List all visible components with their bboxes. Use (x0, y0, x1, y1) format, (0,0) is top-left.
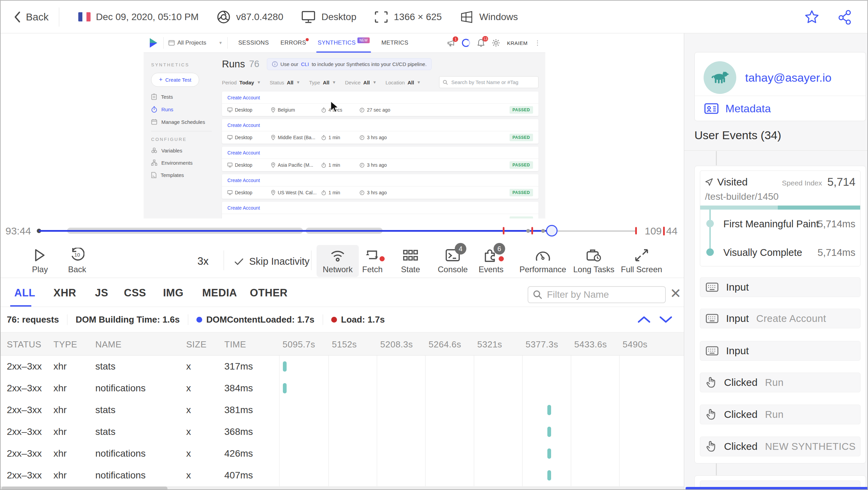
jump-down-icon[interactable] (658, 314, 673, 325)
console-toggle[interactable]: 4 Console (438, 247, 468, 274)
test-search-input[interactable] (451, 79, 535, 85)
app-tab-synthetics[interactable]: SYNTHETICSNEW (318, 33, 370, 53)
notifications-button[interactable]: 13 (477, 38, 485, 47)
event-row-clicked[interactable]: ClickedNEW SYNTHETICS (700, 437, 861, 456)
skip-inactivity-toggle[interactable]: Skip Inactivity (234, 256, 309, 267)
tab-js[interactable]: JS (95, 287, 108, 299)
long-tasks-toggle[interactable]: Long Tasks (573, 247, 614, 274)
kebab-menu-icon[interactable]: ⋮ (534, 39, 541, 47)
tab-media[interactable]: MEDIA (202, 287, 237, 299)
app-tab-metrics[interactable]: METRICS (381, 33, 408, 53)
network-request-row[interactable]: 2xx–3xx xhr notifications x 426ms (1, 443, 684, 464)
tab-all[interactable]: ALL (14, 287, 35, 299)
performance-toggle[interactable]: Performance (519, 247, 566, 274)
run-card[interactable]: Create Account Desktop Middle East (Ba..… (222, 119, 539, 144)
network-request-row[interactable]: 2xx–3xx xhr notifications x 384ms (1, 377, 684, 399)
filter-device[interactable]: DeviceAll▼ (345, 80, 377, 85)
announcements-button[interactable]: 1 (447, 39, 455, 47)
col-type[interactable]: TYPE (53, 339, 77, 350)
run-card[interactable]: Create Account Desktop Asia Pacific (M..… (222, 147, 539, 171)
run-card[interactable]: Create Account Desktop US West (N. Cal..… (222, 174, 539, 199)
chevron-down-icon: ▼ (417, 80, 421, 85)
horizontal-scrollbar[interactable] (1, 486, 684, 490)
metadata-button[interactable]: Metadata (695, 96, 866, 121)
back-button[interactable]: Back (14, 11, 49, 23)
status-badge: PASSED (510, 189, 533, 196)
timeline-scrubber-handle[interactable] (546, 225, 558, 236)
project-selector[interactable]: All Projects ▼ (168, 39, 223, 46)
visited-event-card[interactable]: Visited Speed Index 5,714 /test-builder/… (700, 170, 861, 266)
col-status[interactable]: STATUS (7, 339, 42, 350)
cli-link[interactable]: CLI (301, 61, 309, 67)
events-toggle[interactable]: 6 Events (479, 247, 503, 274)
filter-by-name-input[interactable] (546, 289, 660, 300)
back-10s-button[interactable]: 10 Back (68, 247, 86, 274)
create-test-button[interactable]: +Create Test (151, 73, 199, 87)
play-button[interactable]: Play (32, 247, 48, 274)
run-ago: 3 hrs ago (367, 190, 387, 195)
event-row-clicked[interactable]: ClickedRun (700, 373, 861, 392)
app-tab-sessions[interactable]: SESSIONS (238, 33, 269, 53)
stopwatch-icon (321, 163, 326, 168)
tab-other[interactable]: OTHER (250, 287, 288, 299)
scrollbar-thumb[interactable] (1, 487, 167, 490)
waterfall-bar (547, 427, 551, 437)
speed-index-value: 5,714 (827, 176, 855, 189)
filter-type[interactable]: TypeAll▼ (309, 80, 336, 85)
run-location: US West (N. Cal... (278, 190, 317, 195)
full-screen-toggle[interactable]: Full Screen (621, 247, 662, 274)
run-name-link[interactable]: Create Account (222, 174, 539, 186)
network-toggle[interactable]: Network (317, 245, 359, 277)
network-request-row[interactable]: 2xx–3xx xhr stats x 381ms (1, 399, 684, 421)
timeline-connector (716, 151, 717, 165)
run-device: Desktop (235, 190, 252, 195)
run-name-link[interactable]: Create Account (222, 92, 539, 104)
stopwatch-icon (151, 106, 157, 113)
run-card[interactable]: Create Account Desktop Belgium 4 secs 27… (222, 92, 539, 116)
jump-up-icon[interactable] (637, 314, 652, 325)
app-username[interactable]: KRAIEM (507, 40, 528, 46)
run-card[interactable]: Create Account PASSED (222, 202, 539, 218)
event-row-input[interactable]: Input (700, 277, 861, 297)
filter-period[interactable]: PeriodToday▼ (222, 80, 261, 85)
sidebar-item-templates[interactable]: Templates (151, 172, 218, 178)
sidebar-item-tests[interactable]: Tests (151, 94, 218, 100)
os: Windows (460, 10, 518, 24)
sidebar-scroll-indicator[interactable] (686, 487, 868, 490)
gear-icon[interactable] (492, 39, 500, 47)
run-name-link[interactable]: Create Account (222, 202, 539, 214)
sidebar-item-environments[interactable]: Environments (151, 160, 218, 166)
close-panel-icon[interactable]: ✕ (670, 285, 681, 301)
col-name[interactable]: NAME (95, 339, 122, 350)
speed-button[interactable]: 3x (197, 255, 209, 267)
run-name-link[interactable]: Create Account (222, 147, 539, 159)
event-row-input[interactable]: InputCreate Account (700, 309, 861, 328)
event-row-input[interactable]: Input (700, 341, 861, 361)
network-request-row[interactable]: 2xx–3xx xhr stats x 317ms (1, 356, 684, 377)
sidebar-item-variables[interactable]: Variables (151, 147, 218, 153)
back-label: Back (26, 11, 49, 23)
location-pin-icon (271, 162, 275, 168)
state-toggle[interactable]: State (401, 247, 420, 274)
run-name-link[interactable]: Create Account (222, 119, 539, 131)
event-row-clicked[interactable]: ClickedRun (700, 405, 861, 424)
dom-building-time: DOM Building Time: 1.6s (76, 314, 188, 325)
sidebar-item-manage-schedules[interactable]: Manage Schedules (151, 119, 218, 125)
tab-css[interactable]: CSS (124, 287, 146, 299)
filter-location[interactable]: LocationAll▼ (385, 80, 421, 85)
network-request-row[interactable]: 2xx–3xx xhr stats x 368ms (1, 421, 684, 443)
col-size[interactable]: SIZE (186, 339, 207, 350)
tab-xhr[interactable]: XHR (53, 287, 76, 299)
network-request-row[interactable]: 2xx–3xx xhr notifications x 407ms (1, 464, 684, 486)
tab-img[interactable]: IMG (163, 287, 183, 299)
user-email[interactable]: tahay@asayer.io (745, 71, 832, 84)
app-tab-errors[interactable]: ERRORS (280, 33, 306, 53)
share-icon[interactable] (837, 10, 852, 24)
filter-status[interactable]: StatusAll▼ (270, 80, 300, 85)
favorite-star-icon[interactable] (804, 10, 820, 24)
player-timeline[interactable]: 93:44 109 44 (1, 218, 684, 243)
fetch-toggle[interactable]: Fetch (362, 247, 383, 274)
request-status: 2xx–3xx (7, 448, 42, 459)
col-time[interactable]: TIME (224, 339, 246, 350)
sidebar-item-runs[interactable]: Runs (151, 106, 218, 113)
